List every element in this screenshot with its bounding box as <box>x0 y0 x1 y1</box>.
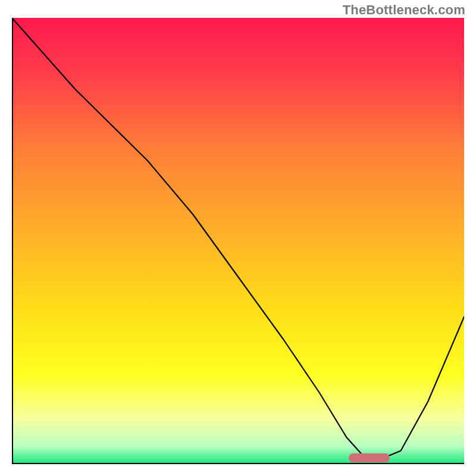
watermark-text: TheBottleneck.com <box>343 2 465 18</box>
optimal-marker <box>349 453 389 462</box>
chart-container: TheBottleneck.com <box>0 0 476 476</box>
gradient-background <box>12 18 464 464</box>
plot-area <box>12 18 464 464</box>
chart-svg <box>12 18 464 464</box>
